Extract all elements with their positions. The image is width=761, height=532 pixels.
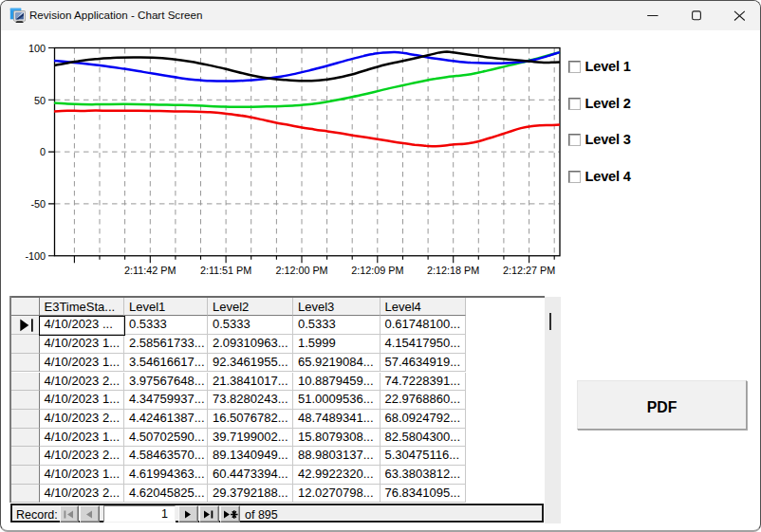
- svg-text:100: 100: [28, 43, 46, 54]
- svg-text:2:12:00 PM: 2:12:00 PM: [275, 265, 327, 276]
- svg-text:50: 50: [34, 95, 46, 106]
- svg-text:0: 0: [40, 146, 46, 157]
- svg-text:-100: -100: [25, 250, 46, 262]
- svg-text:2:12:09 PM: 2:12:09 PM: [351, 265, 403, 276]
- svg-text:2:11:42 PM: 2:11:42 PM: [124, 265, 176, 276]
- svg-text:-50: -50: [30, 198, 46, 210]
- svg-text:2:12:18 PM: 2:12:18 PM: [427, 265, 479, 276]
- svg-text:2:12:27 PM: 2:12:27 PM: [503, 265, 555, 276]
- svg-text:2:11:51 PM: 2:11:51 PM: [200, 265, 251, 276]
